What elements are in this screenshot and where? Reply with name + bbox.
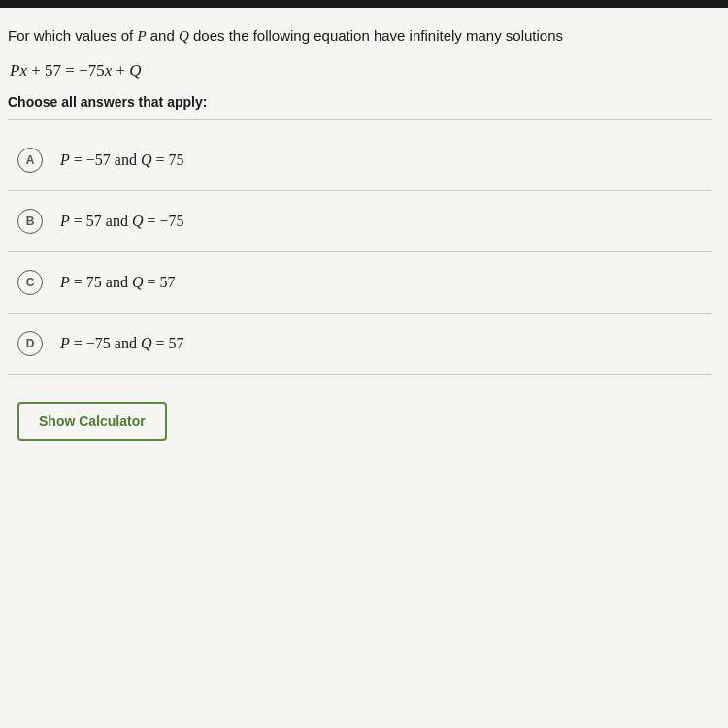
equation: Px + 57 = −75x + Q	[8, 61, 712, 81]
answer-options: A P = −57 and Q = 75 B P = 57 and Q = −7…	[8, 130, 712, 375]
option-a-letter: A	[26, 153, 35, 167]
option-b-circle: B	[17, 209, 43, 234]
option-a-circle: A	[17, 148, 43, 173]
content-area: For which values of P and Q does the fol…	[0, 8, 728, 456]
option-b-letter: B	[26, 215, 35, 228]
top-bar	[0, 0, 728, 8]
show-calculator-button[interactable]: Show Calculator	[17, 402, 167, 441]
option-d-letter: D	[26, 337, 35, 350]
option-c-text: P = 75 and Q = 57	[60, 274, 176, 291]
option-a[interactable]: A P = −57 and Q = 75	[8, 130, 712, 191]
option-a-text: P = −57 and Q = 75	[60, 151, 184, 169]
option-c-letter: C	[26, 276, 35, 289]
option-c[interactable]: C P = 75 and Q = 57	[8, 252, 712, 314]
option-d-circle: D	[17, 331, 43, 356]
question-text: For which values of P and Q does the fol…	[8, 25, 712, 48]
divider-top	[8, 119, 712, 120]
option-b[interactable]: B P = 57 and Q = −75	[8, 191, 712, 252]
choose-label: Choose all answers that apply:	[8, 94, 712, 110]
option-c-circle: C	[17, 270, 43, 295]
option-d[interactable]: D P = −75 and Q = 57	[8, 314, 712, 375]
option-d-text: P = −75 and Q = 57	[60, 335, 184, 352]
option-b-text: P = 57 and Q = −75	[60, 213, 184, 230]
